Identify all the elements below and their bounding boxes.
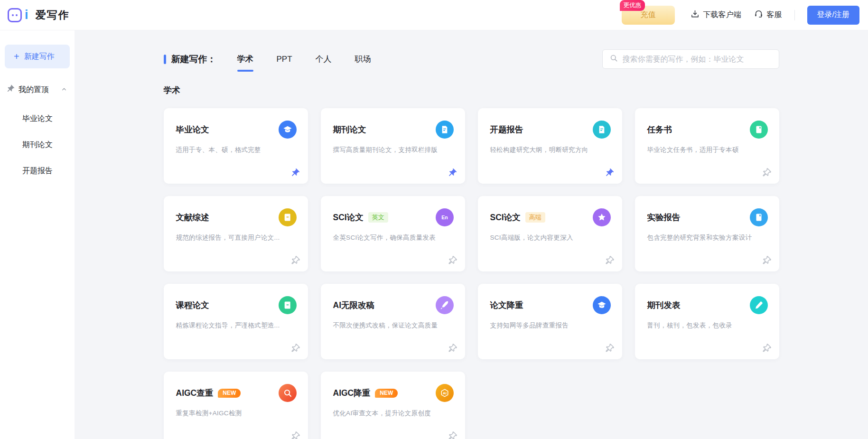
brand-logo[interactable]: i 爱写作: [8, 8, 70, 22]
pin-outline-icon[interactable]: [290, 344, 300, 354]
writing-card[interactable]: SCI论文英文En全英SCI论文写作，确保高质量发表: [321, 196, 465, 271]
card-title: SCI论文: [333, 212, 364, 223]
writing-card[interactable]: SCI论文高端SCI高端版，论文内容更深入: [478, 196, 622, 271]
writing-card[interactable]: 开题报告轻松构建研究大纲，明断研究方向: [478, 108, 622, 184]
pin-outline-icon[interactable]: [761, 168, 771, 178]
book-icon: [279, 296, 297, 314]
card-title: 期刊发表: [647, 299, 681, 311]
headset-icon: [754, 9, 764, 21]
main-area: 新建写作： 学术PPT个人职场 学术 毕业论文适用于专、本、硕，格式完整期刊论文…: [75, 30, 868, 439]
doc-icon: [593, 121, 611, 139]
new-badge: NEW: [218, 389, 241, 398]
sidebar-pinned-list: 毕业论文期刊论文开题报告: [0, 106, 75, 184]
card-description: 毕业论文任务书，适用于专本硕: [647, 146, 768, 154]
doc-icon: [436, 121, 454, 139]
customer-service-button[interactable]: 客服: [754, 9, 782, 21]
card-title: 课程论文: [176, 299, 209, 311]
pin-filled-icon[interactable]: [290, 168, 300, 178]
card-title: 期刊论文: [333, 124, 366, 135]
writing-card[interactable]: AIGC查重NEW重复率检测+AIGC检测: [164, 372, 308, 439]
logo-letter-i: i: [25, 9, 28, 21]
card-title: AI无限改稿: [333, 299, 375, 311]
sidebar-new-writing-button[interactable]: + 新建写作: [5, 45, 70, 68]
page-title: 新建写作：: [164, 53, 216, 65]
pin-outline-icon[interactable]: [447, 256, 457, 266]
notebook-icon: [750, 121, 768, 139]
grad-cap-icon: [279, 121, 297, 139]
card-description: 规范的综述报告，可直接用户论文...: [176, 234, 297, 242]
card-title: 开题报告: [490, 124, 523, 135]
notebook-icon: [750, 208, 768, 226]
discount-badge: 更优惠: [620, 0, 645, 11]
writing-card[interactable]: 期刊论文撰写高质量期刊论文，支持双栏排版: [321, 108, 465, 184]
pin-outline-icon[interactable]: [447, 344, 457, 354]
card-title: AIGC查重: [176, 387, 214, 399]
search-input[interactable]: [623, 55, 772, 64]
writing-card[interactable]: AIGC降重NEWAI优化AI审查文本，提升论文原创度: [321, 372, 465, 439]
writing-card[interactable]: 实验报告包含完整的研究背景和实验方案设计: [635, 196, 779, 271]
pin-icon: [6, 84, 15, 95]
pin-filled-icon[interactable]: [447, 168, 457, 178]
tab-学术[interactable]: 学术: [237, 53, 253, 65]
login-register-button[interactable]: 登录/注册: [807, 6, 859, 25]
card-description: 支持知网等多品牌查重报告: [490, 321, 611, 330]
en-icon: En: [436, 208, 454, 226]
tab-职场[interactable]: 职场: [355, 53, 371, 65]
card-description: 普刊，核刊，包发表，包收录: [647, 321, 768, 330]
card-description: 重复率检测+AIGC检测: [176, 409, 297, 418]
header-divider: [794, 10, 795, 20]
sidebar: + 新建写作 我的置顶 毕业论文期刊论文开题报告: [0, 30, 75, 439]
card-tag: 高端: [525, 212, 545, 223]
magnifier-icon: [279, 384, 297, 402]
sidebar-item[interactable]: 开题报告: [0, 158, 75, 184]
download-client-button[interactable]: 下载客户端: [690, 9, 741, 21]
card-description: 轻松构建研究大纲，明断研究方向: [490, 146, 611, 154]
card-description: 优化AI审查文本，提升论文原创度: [333, 409, 454, 418]
writing-card[interactable]: 论文降重支持知网等多品牌查重报告: [478, 284, 622, 359]
top-header: i 爱写作 更优惠 充值 下载客户端 客服 登录/注册: [0, 0, 868, 30]
sidebar-item[interactable]: 期刊论文: [0, 132, 75, 158]
pin-filled-icon[interactable]: [604, 168, 614, 178]
writing-card[interactable]: 期刊发表普刊，核刊，包发表，包收录: [635, 284, 779, 359]
card-description: 适用于专、本、硕，格式完整: [176, 146, 297, 154]
tab-个人[interactable]: 个人: [316, 53, 332, 65]
card-description: 撰写高质量期刊论文，支持双栏排版: [333, 146, 454, 154]
support-label: 客服: [767, 10, 782, 20]
recharge-wrap: 更优惠 充值: [622, 6, 675, 25]
pin-outline-icon[interactable]: [604, 344, 614, 354]
pin-outline-icon[interactable]: [290, 256, 300, 266]
ai-hex-icon: AI: [436, 384, 454, 402]
pencil-icon: [750, 296, 768, 314]
pin-outline-icon[interactable]: [761, 344, 771, 354]
sidebar-pinned-header[interactable]: 我的置顶: [0, 84, 75, 95]
book-icon: [279, 208, 297, 226]
pin-outline-icon[interactable]: [604, 256, 614, 266]
pin-outline-icon[interactable]: [290, 431, 300, 439]
grad-cap-icon: [593, 296, 611, 314]
brand-name: 爱写作: [36, 8, 70, 22]
card-title: 论文降重: [490, 299, 523, 311]
search-icon: [609, 54, 618, 65]
writing-card[interactable]: 文献综述规范的综述报告，可直接用户论文...: [164, 196, 308, 271]
cards-grid: 毕业论文适用于专、本、硕，格式完整期刊论文撰写高质量期刊论文，支持双栏排版开题报…: [164, 108, 779, 439]
writing-card[interactable]: 课程论文精炼课程论文指导，严谨格式塑造...: [164, 284, 308, 359]
card-description: 包含完整的研究背景和实验方案设计: [647, 234, 768, 242]
app-logo-icon: [8, 8, 22, 22]
chevron-up-icon[interactable]: [60, 85, 68, 95]
pin-outline-icon[interactable]: [447, 431, 457, 439]
card-title: 文献综述: [176, 212, 209, 223]
search-box: [602, 49, 779, 69]
download-icon: [690, 9, 700, 21]
sidebar-item[interactable]: 毕业论文: [0, 106, 75, 132]
writing-card[interactable]: 毕业论文适用于专、本、硕，格式完整: [164, 108, 308, 184]
card-tag: 英文: [368, 212, 388, 223]
card-description: 精炼课程论文指导，严谨格式塑造...: [176, 321, 297, 330]
card-title: SCI论文: [490, 212, 521, 223]
star-icon: [593, 208, 611, 226]
card-description: 不限次便携式改稿，保证论文高质量: [333, 321, 454, 330]
writing-card[interactable]: 任务书毕业论文任务书，适用于专本硕: [635, 108, 779, 184]
new-badge: NEW: [375, 389, 398, 398]
pin-outline-icon[interactable]: [761, 256, 771, 266]
writing-card[interactable]: AI无限改稿不限次便携式改稿，保证论文高质量: [321, 284, 465, 359]
tab-PPT[interactable]: PPT: [277, 54, 292, 65]
